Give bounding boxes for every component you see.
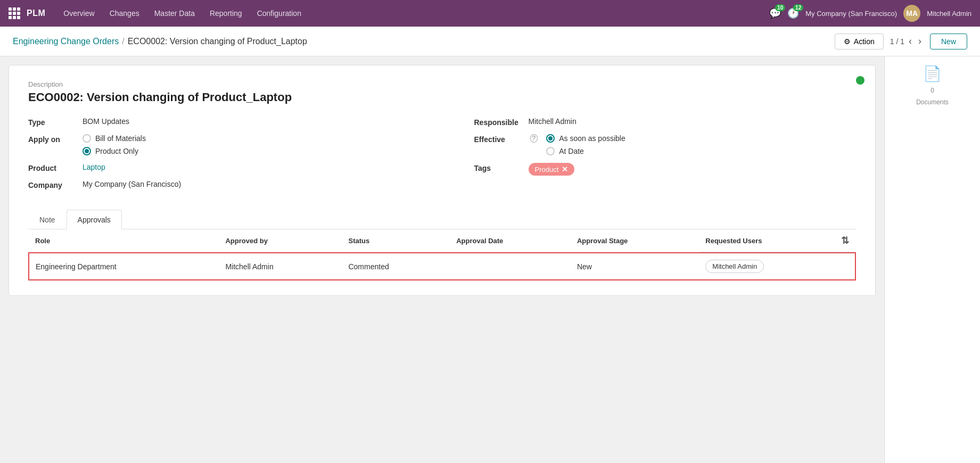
approvals-table: Role Approved by Status Approval Date Ap… xyxy=(28,229,856,280)
effective-options: As soon as possible At Date xyxy=(546,134,625,155)
action-button-label: Action xyxy=(854,37,875,46)
company-value: My Company (San Francisco) xyxy=(83,180,181,188)
effective-asap-radio[interactable] xyxy=(546,134,555,143)
col-role: Role xyxy=(29,229,219,253)
breadcrumb-actions: ⚙ Action 1 / 1 ‹ › New xyxy=(835,34,967,49)
tabs-row: Note Approvals xyxy=(28,210,856,229)
pager-next-button[interactable]: › xyxy=(916,36,924,47)
top-navigation: PLM Overview Changes Master Data Reporti… xyxy=(0,0,980,27)
topnav-icons: 💬 10 🕐 12 My Company (San Francisco) MA … xyxy=(769,5,971,22)
nav-overview[interactable]: Overview xyxy=(58,9,100,18)
type-value: BOM Updates xyxy=(83,117,129,126)
product-link[interactable]: Laptop xyxy=(83,163,105,171)
apply-on-product-label: Product Only xyxy=(95,147,138,155)
apply-on-product[interactable]: Product Only xyxy=(83,147,146,155)
breadcrumb: Engineering Change Orders / ECO0002: Ver… xyxy=(13,37,307,46)
chat-badge-count: 10 xyxy=(775,4,785,11)
gear-icon: ⚙ xyxy=(844,37,851,46)
effective-at-date-label: At Date xyxy=(559,147,584,155)
pager-text: 1 / 1 xyxy=(890,37,904,46)
apply-on-row: Apply on Bill of Materials Product Only xyxy=(28,134,442,155)
cell-approval-date xyxy=(450,253,571,280)
apply-on-product-radio[interactable] xyxy=(83,147,91,155)
action-button[interactable]: ⚙ Action xyxy=(835,34,884,49)
status-indicator-dot xyxy=(856,76,864,85)
documents-icon: 📄 xyxy=(923,65,942,82)
col-approval-stage: Approval Stage xyxy=(571,229,699,253)
documents-label: Documents xyxy=(916,98,949,106)
content-area: Description ECO0002: Version changing of… xyxy=(0,56,884,463)
user-avatar[interactable]: MA xyxy=(903,5,920,22)
cell-approved-by: Mitchell Admin xyxy=(219,253,342,280)
apply-on-bom[interactable]: Bill of Materials xyxy=(83,134,146,143)
type-label: Type xyxy=(28,117,76,127)
table-header-row: Role Approved by Status Approval Date Ap… xyxy=(29,229,855,253)
effective-asap-label: As soon as possible xyxy=(559,134,625,143)
clock-icon-button[interactable]: 🕐 12 xyxy=(787,7,799,19)
responsible-value: Mitchell Admin xyxy=(529,117,577,126)
documents-count: 0 xyxy=(930,87,934,94)
tag-product-label: Product xyxy=(535,166,559,173)
effective-label: Effective xyxy=(474,134,522,144)
apply-on-bom-label: Bill of Materials xyxy=(95,134,146,143)
tag-remove-button[interactable]: ✕ xyxy=(562,165,568,173)
form-grid: Type BOM Updates Apply on Bill of Materi… xyxy=(28,117,856,197)
col-approval-date: Approval Date xyxy=(450,229,571,253)
apply-on-label: Apply on xyxy=(28,134,76,144)
breadcrumb-separator: / xyxy=(122,37,124,46)
product-label: Product xyxy=(28,163,76,172)
responsible-label: Responsible xyxy=(474,117,522,127)
brand-logo: PLM xyxy=(27,9,45,18)
cell-approval-stage: New xyxy=(571,253,699,280)
cell-status: Commented xyxy=(342,253,450,280)
user-name: Mitchell Admin xyxy=(927,10,971,18)
company-row: Company My Company (San Francisco) xyxy=(28,180,442,189)
company-name: My Company (San Francisco) xyxy=(805,10,897,18)
tab-approvals[interactable]: Approvals xyxy=(67,210,122,229)
tags-label: Tags xyxy=(474,163,522,172)
new-button[interactable]: New xyxy=(930,34,967,49)
description-label: Description xyxy=(28,80,856,88)
effective-at-date[interactable]: At Date xyxy=(546,147,625,155)
requested-users-col-label: Requested Users xyxy=(705,237,762,245)
company-label: Company xyxy=(28,180,76,189)
effective-asap[interactable]: As soon as possible xyxy=(546,134,625,143)
tab-note[interactable]: Note xyxy=(28,210,67,229)
tag-product-badge: Product ✕ xyxy=(529,163,575,176)
product-row: Product Laptop xyxy=(28,163,442,172)
requested-user-badge: Mitchell Admin xyxy=(705,260,764,273)
form-card: Description ECO0002: Version changing of… xyxy=(9,65,876,296)
nav-master-data[interactable]: Master Data xyxy=(149,9,200,18)
responsible-row: Responsible Mitchell Admin xyxy=(474,117,857,127)
effective-help-icon[interactable]: ? xyxy=(530,134,538,143)
breadcrumb-parent-link[interactable]: Engineering Change Orders xyxy=(13,37,119,46)
nav-reporting[interactable]: Reporting xyxy=(204,9,248,18)
col-requested-users: Requested Users ⇅ xyxy=(699,229,855,252)
pager: 1 / 1 ‹ › xyxy=(890,36,924,47)
form-right-column: Responsible Mitchell Admin Effective ? A… xyxy=(442,117,857,197)
nav-configuration[interactable]: Configuration xyxy=(252,9,307,18)
apply-on-options: Bill of Materials Product Only xyxy=(83,134,146,155)
col-status: Status xyxy=(342,229,450,253)
apply-on-bom-radio[interactable] xyxy=(83,134,91,143)
col-approved-by: Approved by xyxy=(219,229,342,253)
main-wrapper: Description ECO0002: Version changing of… xyxy=(0,56,980,463)
breadcrumb-current: ECO0002: Version changing of Product_Lap… xyxy=(128,37,307,46)
cell-requested-users: Mitchell Admin xyxy=(699,253,855,280)
clock-badge-count: 12 xyxy=(793,4,803,11)
cell-role: Engineering Department xyxy=(29,253,219,280)
right-panel: 📄 0 Documents xyxy=(884,56,980,463)
form-title: ECO0002: Version changing of Product_Lap… xyxy=(28,90,856,104)
breadcrumb-bar: Engineering Change Orders / ECO0002: Ver… xyxy=(0,27,980,56)
effective-row: Effective ? As soon as possible At Date xyxy=(474,134,857,155)
form-left-column: Type BOM Updates Apply on Bill of Materi… xyxy=(28,117,442,197)
type-row: Type BOM Updates xyxy=(28,117,442,127)
nav-changes[interactable]: Changes xyxy=(104,9,145,18)
pager-prev-button[interactable]: ‹ xyxy=(907,36,914,47)
table-settings-icon[interactable]: ⇅ xyxy=(841,235,849,246)
app-grid-icon[interactable] xyxy=(9,7,20,19)
chat-icon-button[interactable]: 💬 10 xyxy=(769,7,781,19)
table-row: Engineering Department Mitchell Admin Co… xyxy=(29,253,855,280)
tags-row: Tags Product ✕ xyxy=(474,163,857,176)
effective-at-date-radio[interactable] xyxy=(546,147,555,155)
